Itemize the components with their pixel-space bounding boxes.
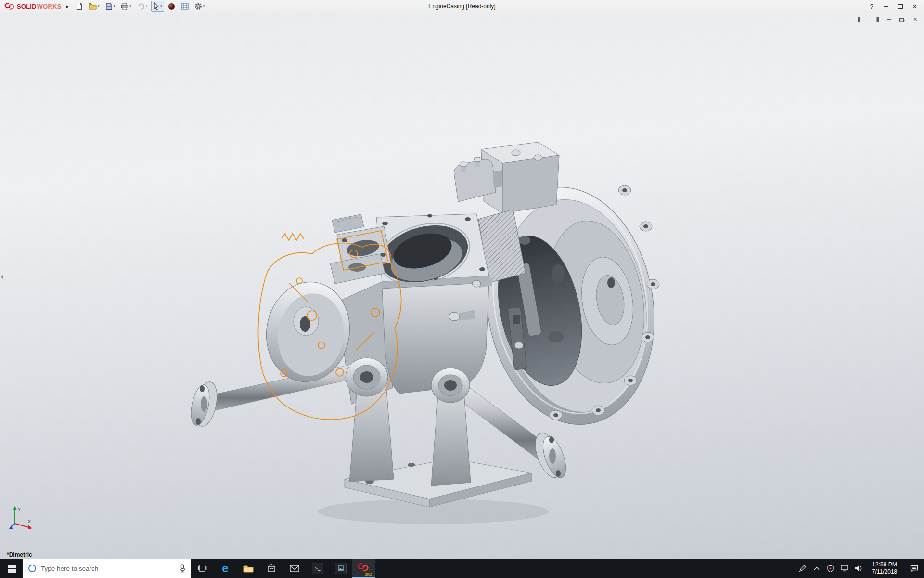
store-icon — [267, 564, 276, 573]
network-tray-button[interactable] — [837, 559, 851, 578]
solidworks-icon — [357, 562, 370, 572]
tray-overflow-button[interactable] — [809, 559, 823, 578]
volume-tray-button[interactable] — [851, 559, 865, 578]
triad-x-arrow — [28, 525, 32, 529]
open-dropdown-arrow[interactable]: ▾ — [98, 4, 100, 8]
select-tool-button[interactable]: ▾ — [151, 1, 164, 12]
new-document-icon — [76, 2, 83, 10]
photos-icon — [335, 563, 346, 574]
view-orientation-label: *Dimetric — [7, 552, 32, 558]
network-icon — [841, 565, 848, 572]
left-shaft[interactable] — [188, 361, 368, 428]
action-center-icon — [910, 565, 918, 572]
console-icon: >_ — [312, 563, 323, 574]
options-gear-icon — [194, 2, 202, 10]
window-controls: ? × — [864, 0, 922, 13]
close-button[interactable]: × — [908, 0, 922, 13]
edge-button[interactable]: e — [214, 559, 237, 578]
undo-button[interactable]: ▾ — [135, 1, 150, 12]
help-button[interactable]: ? — [864, 0, 879, 13]
graphics-viewport[interactable]: × — [0, 13, 924, 559]
console-app-button[interactable]: >_ — [306, 559, 329, 578]
open-button[interactable]: ▾ — [87, 1, 102, 12]
top-bracket-assembly[interactable] — [454, 142, 559, 213]
menu-expand-arrow[interactable]: ▸ — [64, 3, 74, 10]
desktop: SOLID WORKS ▸ ▾ — [0, 0, 924, 578]
cortana-icon — [28, 564, 37, 573]
appearance-sphere-icon — [168, 3, 175, 10]
file-explorer-icon — [243, 565, 254, 573]
print-button[interactable]: ▾ — [119, 1, 133, 12]
maximize-icon — [898, 4, 903, 9]
start-button[interactable] — [0, 559, 23, 578]
app-titlebar: SOLID WORKS ▸ ▾ — [0, 0, 924, 13]
new-document-button[interactable] — [74, 1, 85, 12]
pen-icon — [799, 565, 806, 572]
file-explorer-button[interactable] — [237, 559, 260, 578]
appearance-button[interactable] — [166, 1, 177, 12]
logo-text-solid: SOLID — [17, 3, 37, 10]
left-support-stand[interactable] — [346, 358, 394, 482]
action-center-button[interactable] — [904, 559, 924, 578]
engine-casing-model[interactable] — [0, 13, 924, 559]
save-dropdown-arrow[interactable]: ▾ — [114, 4, 116, 8]
minimize-button[interactable] — [879, 0, 893, 13]
triad-y-arrow — [13, 506, 17, 510]
right-support-stand[interactable] — [431, 368, 471, 486]
evaluate-grid-icon — [181, 3, 189, 10]
start-icon — [8, 565, 16, 573]
task-view-button[interactable] — [191, 559, 214, 578]
taskbar-clock[interactable]: 12:59 PM 7/11/2018 — [865, 559, 904, 578]
print-dropdown-arrow[interactable]: ▾ — [129, 4, 131, 8]
undo-icon — [137, 3, 145, 10]
save-button[interactable]: ▾ — [103, 1, 117, 12]
triad-x-label: X — [28, 519, 31, 524]
store-button[interactable] — [260, 559, 283, 578]
solidworks-app-button[interactable]: 2017 — [352, 559, 375, 578]
save-icon — [105, 3, 113, 10]
taskbar-search[interactable] — [23, 559, 191, 578]
solidworks-logo: SOLID WORKS — [0, 2, 64, 10]
options-dropdown-arrow[interactable]: ▾ — [203, 4, 205, 8]
photos-app-button[interactable] — [329, 559, 352, 578]
evaluate-button[interactable] — [179, 1, 191, 12]
quick-access-toolbar: ▾ ▾ ▾ — [74, 1, 206, 12]
pen-tray-button[interactable] — [796, 559, 809, 578]
select-dropdown-arrow[interactable]: ▾ — [160, 4, 162, 8]
microphone-icon[interactable] — [179, 564, 186, 573]
windows-taskbar: e >_ — [0, 559, 924, 578]
search-input[interactable] — [41, 565, 175, 572]
mail-button[interactable] — [283, 559, 306, 578]
volume-icon — [855, 565, 862, 572]
select-cursor-icon — [153, 2, 159, 10]
clock-time: 12:59 PM — [872, 561, 897, 568]
options-button[interactable]: ▾ — [192, 1, 207, 12]
open-folder-icon — [89, 3, 97, 10]
orientation-triad[interactable]: Y X — [8, 505, 34, 531]
solidworks-logo-icon — [4, 2, 15, 10]
solidworks-year-badge: 2017 — [365, 573, 372, 576]
chevron-up-icon — [814, 566, 820, 570]
shield-icon — [827, 565, 834, 572]
edge-icon: e — [222, 563, 228, 574]
minimize-icon — [884, 6, 888, 7]
mail-icon — [290, 565, 299, 572]
undo-dropdown-arrow[interactable]: ▾ — [146, 4, 148, 8]
maximize-button[interactable] — [893, 0, 908, 13]
print-icon — [121, 3, 128, 10]
security-tray-button[interactable] — [823, 559, 837, 578]
clock-date: 7/11/2018 — [872, 568, 898, 576]
taskbar-spacer — [375, 559, 796, 578]
logo-text-works: WORKS — [37, 3, 62, 10]
task-view-icon — [198, 565, 207, 572]
triad-y-label: Y — [18, 507, 21, 512]
